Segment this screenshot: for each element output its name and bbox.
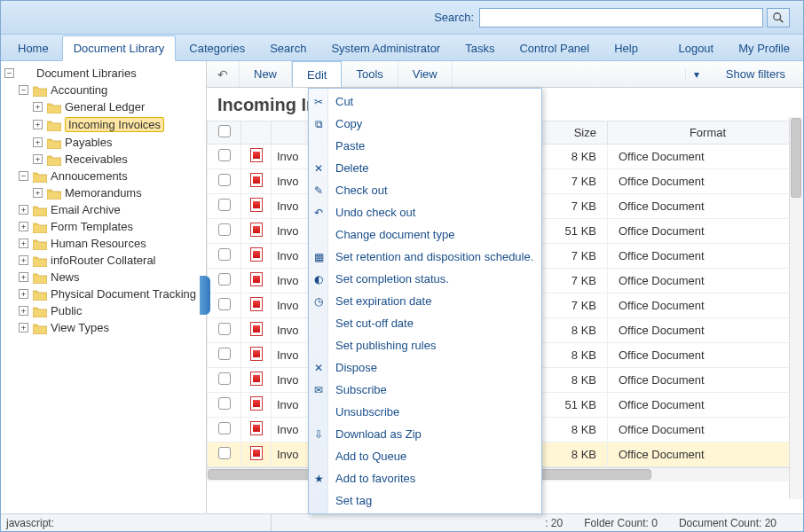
nav-tab-help[interactable]: Help	[603, 35, 650, 60]
search-input[interactable]	[479, 8, 763, 27]
tree-toggle-icon[interactable]: +	[19, 222, 28, 231]
tree-toggle-icon[interactable]: +	[19, 323, 28, 332]
nav-tab-search[interactable]: Search	[258, 35, 318, 60]
tree-label: infoRouter Collateral	[51, 254, 156, 267]
row-checkbox[interactable]	[218, 248, 231, 261]
row-checkbox[interactable]	[218, 199, 231, 211]
row-checkbox[interactable]	[218, 223, 231, 236]
menu-item-unsubscribe[interactable]: Unsubscribe	[309, 401, 541, 423]
menu-item-set-publishing-rules[interactable]: Set publishing rules	[309, 334, 541, 356]
tree-node-view-types[interactable]: +View Types	[1, 319, 206, 336]
tree-node-accounting[interactable]: −Accounting	[1, 82, 206, 98]
row-checkbox[interactable]	[218, 422, 231, 434]
menu-item-copy[interactable]: ⧉Copy	[309, 113, 541, 135]
menu-item-change-document-type[interactable]: Change document type	[309, 223, 541, 246]
tree-node-news[interactable]: +News	[1, 269, 206, 286]
row-checkbox[interactable]	[218, 298, 231, 310]
tree-toggle-icon[interactable]: +	[19, 205, 28, 215]
tree-toggle-icon[interactable]: +	[19, 289, 28, 299]
menu-item-check-out[interactable]: ✎Check out	[309, 179, 541, 201]
nav-tabs: HomeDocument LibraryCategoriesSearchSyst…	[1, 35, 803, 61]
toolbar-view[interactable]: View	[398, 61, 453, 87]
tree-node-payables[interactable]: +Payables	[1, 134, 206, 151]
tree-toggle-icon[interactable]: −	[4, 68, 14, 78]
menu-item-subscribe[interactable]: ✉Subscribe	[309, 379, 541, 401]
nav-tab-logout[interactable]: Logout	[666, 35, 725, 60]
tree-node-email-archive[interactable]: +Email Archive	[1, 201, 206, 218]
tree-toggle-icon[interactable]: +	[19, 239, 28, 248]
menu-item-dispose[interactable]: ✕Dispose	[309, 356, 541, 379]
tree-toggle-icon[interactable]: +	[33, 120, 43, 129]
tree-node-physical-document-tracking[interactable]: +Physical Document Tracking	[1, 286, 206, 302]
nav-tab-tasks[interactable]: Tasks	[453, 35, 506, 60]
menu-item-cut[interactable]: ✂Cut	[309, 90, 541, 113]
menu-label: Copy	[335, 117, 362, 130]
tree-toggle-icon[interactable]: +	[19, 255, 28, 265]
tree-toggle-icon[interactable]: −	[19, 171, 28, 181]
nav-tab-my-profile[interactable]: My Profile	[727, 35, 801, 60]
menu-item-set-expiration-date[interactable]: ◷Set expiration date	[309, 290, 541, 312]
tree-toggle-icon[interactable]: +	[33, 137, 43, 147]
row-checkbox[interactable]	[218, 174, 231, 186]
tree-node-receivables[interactable]: +Receivables	[1, 151, 206, 168]
menu-item-add-to-queue[interactable]: Add to Queue	[309, 445, 541, 467]
row-checkbox[interactable]	[218, 397, 231, 410]
tree-node-memorandums[interactable]: +Memorandums	[1, 184, 206, 201]
menu-item-add-to-favorites[interactable]: ★Add to favorites	[309, 467, 541, 489]
toolbar-tools[interactable]: Tools	[342, 61, 398, 87]
vertical-scrollbar[interactable]	[789, 117, 803, 499]
menu-item-set-retention-and-disposition-schedule[interactable]: ▦Set retention and disposition schedule.	[309, 246, 541, 268]
menu-item-set-completion-status[interactable]: ◐Set completion status.	[309, 268, 541, 290]
tree-toggle-icon[interactable]: +	[19, 272, 28, 282]
tree-node-inforouter-collateral[interactable]: +infoRouter Collateral	[1, 252, 206, 269]
row-checkbox[interactable]	[218, 348, 231, 360]
menu-item-undo-check-out[interactable]: ↶Undo check out	[309, 201, 541, 223]
pdf-icon	[250, 247, 263, 262]
row-checkbox[interactable]	[218, 372, 231, 385]
sidebar-resize-handle[interactable]	[200, 276, 210, 315]
row-checkbox[interactable]	[218, 447, 231, 459]
row-format: Office Document	[608, 293, 803, 318]
header-format[interactable]: Format	[608, 121, 803, 145]
tree-node-public[interactable]: +Public	[1, 302, 206, 319]
folder-icon	[33, 289, 47, 300]
nav-tab-home[interactable]: Home	[6, 35, 60, 60]
menu-item-set-tag[interactable]: Set tag	[309, 489, 541, 512]
nav-tab-categories[interactable]: Categories	[177, 35, 256, 60]
menu-item-delete[interactable]: ✕Delete	[309, 157, 541, 179]
menu-item-paste[interactable]: Paste	[309, 135, 541, 157]
row-checkbox[interactable]	[218, 273, 231, 286]
search-label: Search:	[434, 11, 474, 24]
tree-toggle-icon[interactable]: +	[33, 188, 43, 198]
menu-label: Set cut-off date	[335, 317, 414, 330]
tree-toggle-icon[interactable]: +	[33, 102, 43, 112]
tree-label: Payables	[65, 136, 112, 149]
show-filters-button[interactable]: Show filters	[708, 62, 803, 86]
tree-toggle-icon[interactable]: −	[19, 85, 28, 95]
row-checkbox[interactable]	[218, 323, 231, 335]
toolbar-dropdown-toggle[interactable]: ▾	[685, 68, 708, 81]
tree-toggle-icon[interactable]: +	[33, 154, 43, 164]
tree-root[interactable]: −Document Libraries	[1, 65, 206, 82]
toolbar-new[interactable]: New	[240, 61, 292, 87]
nav-tab-document-library[interactable]: Document Library	[62, 35, 177, 61]
tree-node-general-ledger[interactable]: +General Ledger	[1, 98, 206, 115]
back-button[interactable]: ↶	[207, 61, 240, 87]
pdf-icon	[250, 421, 263, 435]
tree-node-form-templates[interactable]: +Form Templates	[1, 218, 206, 235]
tree-node-incoming-invoices[interactable]: +Incoming Invoices	[1, 115, 206, 134]
tree-node-human-resources[interactable]: +Human Resources	[1, 235, 206, 252]
search-button[interactable]	[767, 8, 790, 27]
header-checkbox[interactable]	[208, 121, 241, 145]
menu-item-set-cut-off-date[interactable]: Set cut-off date	[309, 312, 541, 334]
nav-tab-system-administrator[interactable]: System Administrator	[319, 35, 452, 60]
toolbar-edit[interactable]: Edit	[292, 61, 342, 87]
tree-toggle-icon[interactable]: +	[19, 306, 28, 316]
status-icon: ◐	[311, 272, 326, 286]
menu-item-download-as-zip[interactable]: ⇩Download as Zip	[309, 423, 541, 445]
tree-label: Physical Document Tracking	[51, 287, 196, 301]
nav-tab-control-panel[interactable]: Control Panel	[508, 35, 601, 60]
tree-node-annoucements[interactable]: −Annoucements	[1, 168, 206, 184]
row-checkbox[interactable]	[218, 149, 231, 161]
pdf-icon	[250, 272, 263, 286]
